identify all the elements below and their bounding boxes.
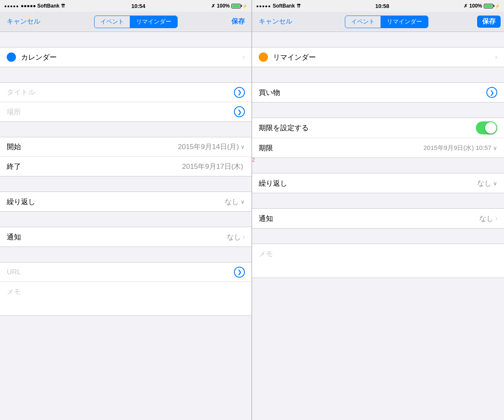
seg-event-left[interactable]: イベント [94, 16, 130, 28]
title-row-right[interactable]: 買い物 ❯ [252, 83, 504, 102]
seg-reminder-left[interactable]: リマインダー [130, 16, 177, 28]
end-label-left: 終了 [7, 162, 182, 171]
deadline-label-right: 期限 [259, 143, 423, 153]
status-carrier-left: ●●●●● ●●●●● SoftBank ⇈ [4, 3, 65, 9]
reminder-type-row-right[interactable]: リマインダー › [252, 47, 504, 67]
repeat-chevron-left: ∨ [241, 199, 245, 205]
charging-icon-left: ⚡ [242, 4, 247, 8]
deadline-row-right[interactable]: 期限 2015年9月9日(水) 10:57 ∨ [252, 138, 504, 158]
repeat-value-right: なし [477, 178, 491, 188]
status-right-left: ✗ 100% ⚡ [211, 3, 247, 9]
repeat-value-left: なし [225, 197, 239, 207]
chevron-right-reminder-right: › [495, 53, 497, 61]
title-group-right: 買い物 ❯ [252, 82, 504, 102]
url-icon-left[interactable]: ❯ [234, 267, 245, 278]
end-row-left[interactable]: 終了 2015年9月17日(木) [0, 157, 252, 176]
segmented-control-right: イベント リマインダー [345, 16, 428, 28]
repeat-row-left[interactable]: 繰り返し なし ∨ [0, 192, 252, 211]
deadline-value-right: 2015年9月9日(水) 10:57 [423, 144, 491, 152]
arrow-icon-location-left: ❯ [237, 109, 242, 115]
alert-row-right[interactable]: 通知 なし › [252, 209, 504, 228]
deadline-toggle-right[interactable] [476, 121, 497, 134]
deadline-chevron-right: ∨ [493, 145, 497, 151]
alert-label-right: 通知 [259, 214, 479, 223]
charging-icon-right: ⚡ [495, 4, 500, 8]
segmented-control-left: イベント リマインダー [94, 16, 178, 28]
repeat-label-left: 繰り返し [7, 197, 225, 207]
reminder-type-group-right: リマインダー › [252, 47, 504, 67]
content-right: リマインダー › 買い物 ❯ 期限を設定する [252, 32, 504, 420]
memo-placeholder-left: メモ [7, 287, 21, 297]
url-row-left[interactable]: URL ❯ [0, 262, 252, 282]
status-right-right: ✗ 100% ⚡ [464, 3, 500, 9]
calendar-group-left: カレンダー › [0, 47, 252, 67]
reminder-label-right: リマインダー [273, 52, 495, 62]
title-location-group-left: タイトル ❯ 場所 ❯ [0, 82, 252, 122]
nav-bar-right: キャンセル イベント リマインダー 保存 [252, 12, 504, 32]
deadline-group-right: 期限を設定する 期限 2015年9月9日(水) 10:57 ∨ [252, 118, 504, 158]
start-chevron-left: ∨ [241, 144, 245, 150]
carrier-name-right: SoftBank [273, 3, 295, 9]
chevron-right-calendar-left: › [243, 53, 245, 61]
alert-chevron-right: › [495, 215, 497, 222]
calendar-label-left: カレンダー [21, 52, 243, 62]
deadline-toggle-label-right: 期限を設定する [259, 123, 476, 133]
memo-row-right[interactable]: メモ [252, 244, 504, 278]
start-value-left: 2015年9月14日(月) [178, 142, 239, 152]
seg-event-right[interactable]: イベント [345, 16, 381, 28]
location-placeholder-left: 場所 [7, 107, 21, 117]
carrier-name-left: ●●●●● SoftBank [21, 3, 59, 9]
title-icon-left[interactable]: ❯ [234, 87, 245, 98]
status-bar-left: ●●●●● ●●●●● SoftBank ⇈ 10:54 ✗ 100% ⚡ [0, 0, 252, 12]
title-icon-right[interactable]: ❯ [486, 87, 497, 98]
alert-chevron-left: › [243, 233, 245, 241]
save-button-right[interactable]: 保存 [477, 16, 501, 28]
repeat-chevron-right: ∨ [493, 180, 497, 186]
cancel-button-right[interactable]: キャンセル [255, 16, 296, 28]
repeat-group-right: 繰り返し なし ∨ [252, 173, 504, 193]
content-left: カレンダー › タイトル ❯ 場所 ❯ [0, 32, 252, 420]
battery-pct-left: 100% [217, 3, 230, 9]
repeat-label-right: 繰り返し [259, 178, 477, 188]
end-value-left: 2015年9月17日(木) [182, 162, 243, 171]
calendar-row-left[interactable]: カレンダー › [0, 47, 252, 67]
alert-row-left[interactable]: 通知 なし › [0, 227, 252, 247]
alert-group-right: 通知 なし › [252, 208, 504, 228]
location-icon-left[interactable]: ❯ [234, 106, 245, 117]
save-button-left[interactable]: 保存 [228, 16, 248, 28]
alert-value-right: なし [479, 214, 494, 223]
wifi-icon-right: ⇈ [297, 3, 301, 9]
arrow-icon-url-left: ❯ [237, 269, 242, 275]
memo-row-left[interactable]: メモ [0, 282, 252, 315]
memo-placeholder-right: メモ [259, 249, 273, 259]
title-row-left[interactable]: タイトル ❯ [0, 83, 252, 102]
signal-dots-right: ●●●●● [256, 4, 271, 8]
memo-group-right: メモ [252, 244, 504, 278]
arrow-icon-title-right: ❯ [490, 89, 494, 96]
signal-dots-left: ●●●●● [4, 4, 19, 8]
url-placeholder-left: URL [7, 268, 21, 276]
start-row-left[interactable]: 開始 2015年9月14日(月) ∨ [0, 137, 252, 157]
start-label-left: 開始 [7, 142, 178, 152]
battery-icon-right [484, 4, 493, 8]
status-carrier-right: ●●●●● SoftBank ⇈ [256, 3, 301, 9]
clock-right: 10:58 [375, 3, 389, 9]
url-memo-group-left: URL ❯ メモ [0, 262, 252, 316]
alert-label-left: 通知 [7, 232, 227, 242]
repeat-row-right[interactable]: 繰り返し なし ∨ [252, 173, 504, 193]
alert-group-left: 通知 なし › [0, 227, 252, 247]
cancel-button-left[interactable]: キャンセル [3, 16, 44, 28]
nav-bar-left: キャンセル イベント リマインダー 保存 [0, 12, 252, 32]
clock-left: 10:54 [131, 3, 145, 9]
title-placeholder-left: タイトル [7, 87, 35, 97]
seg-reminder-right[interactable]: リマインダー [381, 16, 428, 28]
location-row-left[interactable]: 場所 ❯ [0, 102, 252, 121]
reminder-dot-right [259, 52, 268, 62]
repeat-group-left: 繰り返し なし ∨ [0, 192, 252, 212]
battery-icon-left [231, 4, 241, 8]
wifi-icon-left: ⇈ [61, 3, 65, 9]
title-value-right: 買い物 [259, 88, 373, 97]
deadline-toggle-row-right[interactable]: 期限を設定する [252, 118, 504, 138]
calendar-dot-left [7, 52, 16, 62]
right-phone-panel: 3 6 1 2 ●●●●● SoftBank ⇈ 10:58 ✗ 100% ⚡ … [252, 0, 504, 420]
